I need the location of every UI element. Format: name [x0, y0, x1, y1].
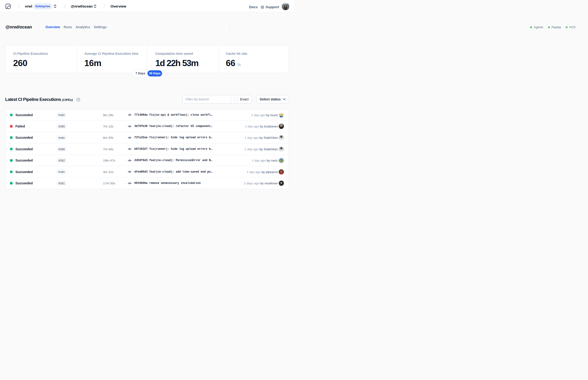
svg-text:?: ?	[78, 98, 79, 101]
